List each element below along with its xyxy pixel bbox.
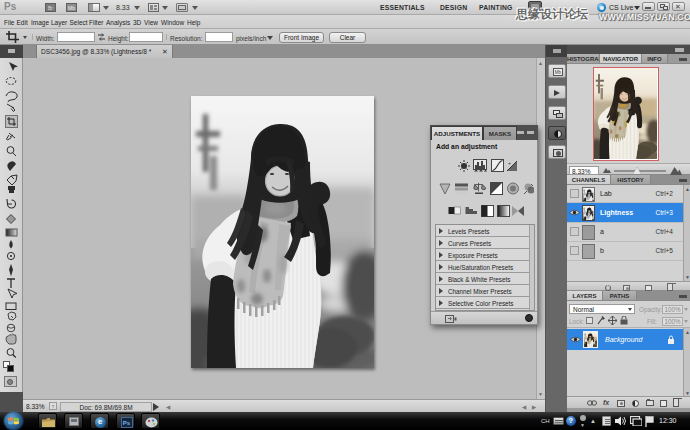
svg-text:+: +: [508, 160, 511, 166]
